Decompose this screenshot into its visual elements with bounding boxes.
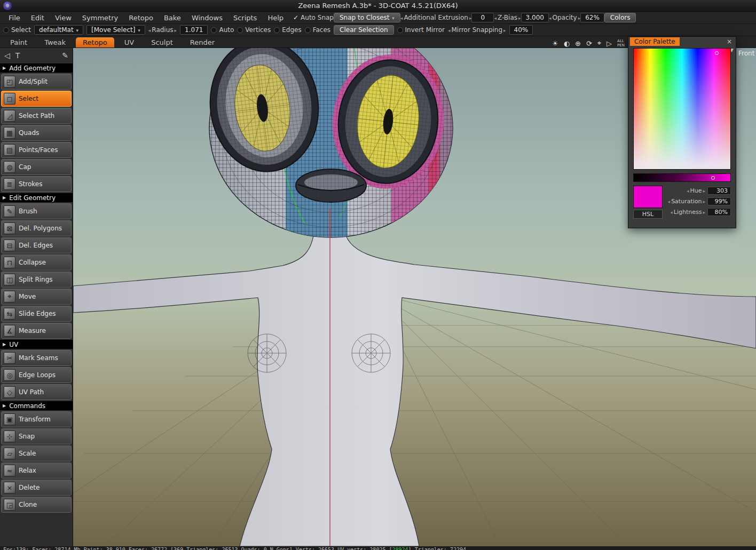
- menu-help[interactable]: Help: [262, 12, 289, 23]
- z-bias-value[interactable]: 3.000: [521, 13, 549, 22]
- tool-del-edges[interactable]: ⊟ Del. Edges: [1, 237, 72, 253]
- add-view-icon[interactable]: ⊕: [575, 39, 581, 47]
- tool-measure[interactable]: ∡ Measure: [1, 323, 72, 339]
- saturation-value[interactable]: 99%: [707, 197, 731, 205]
- tool-scale[interactable]: ▱ Scale: [1, 445, 72, 461]
- tool-select-path[interactable]: ◿ Select Path: [1, 108, 72, 124]
- section-title: Commands: [9, 402, 45, 410]
- section-edit-geometry[interactable]: ▶ Edit Geometry: [0, 193, 73, 202]
- tool-add-split[interactable]: ◰ Add/Split: [1, 74, 72, 90]
- color-picker-marker[interactable]: [715, 51, 719, 55]
- shading-icon[interactable]: ◐: [564, 39, 570, 47]
- pencil-icon[interactable]: ✎: [62, 51, 68, 60]
- hue-value[interactable]: 303: [707, 187, 731, 195]
- snap-icon: ⊹: [4, 431, 15, 442]
- tab-retopo[interactable]: Retopo: [76, 37, 114, 47]
- tool-uv-path[interactable]: ◇ UV Path: [1, 384, 72, 400]
- tool-clone[interactable]: ◲ Clone: [1, 497, 72, 513]
- menu-retopo[interactable]: Retopo: [123, 12, 159, 23]
- auto-radio[interactable]: Auto: [211, 26, 234, 34]
- hue-row: Hue 303: [667, 186, 731, 195]
- tool-snap[interactable]: ⊹ Snap: [1, 428, 72, 444]
- edge-loops-icon: ◎: [4, 369, 15, 381]
- menu-edit[interactable]: Edit: [26, 12, 50, 23]
- section-add-geometry[interactable]: ▶ Add Geometry: [0, 63, 73, 73]
- tool-collapse[interactable]: ⊓ Collapse: [1, 254, 72, 270]
- edges-radio[interactable]: Edges: [274, 26, 301, 34]
- snap-mode-dropdown[interactable]: Snap to Closest ▾: [334, 13, 400, 22]
- tab-tweak[interactable]: Tweak: [37, 37, 73, 47]
- tool-points-faces[interactable]: ▤ Points/Faces: [1, 142, 72, 158]
- tool-slide-edges[interactable]: ⇆ Slide Edges: [1, 306, 72, 322]
- menu-bake[interactable]: Bake: [159, 12, 186, 23]
- collapse-panel-icon[interactable]: ◁: [4, 51, 10, 60]
- tool-move[interactable]: ⌖ Move: [1, 289, 72, 305]
- material-dropdown[interactable]: defaultMat ▾: [34, 25, 83, 35]
- additional-extrusion-spinner[interactable]: Additional Extrusion: [400, 14, 472, 21]
- mirror-snapping-spinner[interactable]: Mirror Snapping: [448, 26, 506, 34]
- tool-label: Edge Loops: [19, 371, 56, 379]
- tool-del-polygons[interactable]: ⊠ Del. Polygons: [1, 220, 72, 236]
- tool-split-rings[interactable]: ◫ Split Rings: [1, 272, 72, 288]
- opacity-spinner[interactable]: Opacity: [549, 14, 580, 21]
- pan-view-icon[interactable]: ⌖: [597, 39, 601, 47]
- palette-title-bar[interactable]: Color Palette ×: [628, 37, 736, 46]
- menu-scripts[interactable]: Scripts: [228, 12, 262, 23]
- tool-select[interactable]: ◻ Select: [1, 91, 72, 107]
- mouth[interactable]: [296, 169, 366, 202]
- tool-transform[interactable]: ▣ Transform: [1, 411, 72, 427]
- rotate-view-icon[interactable]: ⟳: [586, 39, 592, 47]
- lightness-spinner[interactable]: Lightness: [667, 209, 705, 216]
- radius-spinner[interactable]: Radius: [148, 26, 177, 34]
- auto-snap-toggle[interactable]: ✓ Auto Snap: [289, 14, 334, 21]
- section-commands[interactable]: ▶ Commands: [0, 401, 73, 410]
- menu-file[interactable]: File: [3, 12, 26, 23]
- menu-windows[interactable]: Windows: [186, 12, 228, 23]
- text-tool-icon[interactable]: T: [15, 51, 20, 60]
- invert-mirror-toggle[interactable]: Invert Mirror: [397, 26, 445, 34]
- radius-value[interactable]: 1.071: [180, 25, 208, 35]
- light-icon[interactable]: ☀: [552, 39, 558, 47]
- saturation-value-gradient[interactable]: [633, 48, 731, 170]
- lightness-marker[interactable]: [711, 176, 715, 180]
- tool-mark-seams[interactable]: ✂ Mark Seams: [1, 350, 72, 366]
- clear-selection-button[interactable]: Clear Selection: [334, 25, 394, 35]
- menu-view[interactable]: View: [50, 12, 77, 23]
- tool-label: Del. Polygons: [19, 225, 62, 232]
- colors-button[interactable]: Colors: [604, 13, 636, 22]
- tab-paint[interactable]: Paint: [3, 37, 34, 47]
- mirror-snapping-value[interactable]: 40%: [509, 25, 533, 35]
- tool-quads[interactable]: ▦ Quads: [1, 125, 72, 141]
- tool-label: Split Rings: [19, 276, 53, 283]
- hsl-mode-button[interactable]: HSL: [633, 210, 663, 219]
- play-icon[interactable]: ▷: [607, 39, 612, 47]
- transform-mode-dropdown[interactable]: [Move Select] ▾: [86, 25, 145, 35]
- tab-render[interactable]: Render: [183, 37, 222, 47]
- menu-symmetry[interactable]: Symmetry: [77, 12, 123, 23]
- tool-strokes[interactable]: ≣ Strokes: [1, 176, 72, 192]
- close-icon[interactable]: ×: [724, 38, 734, 45]
- material-value: defaultMat: [39, 26, 74, 34]
- additional-extrusion-value[interactable]: 0: [471, 13, 494, 22]
- hue-spinner[interactable]: Hue: [667, 187, 705, 194]
- z-bias-spinner[interactable]: Z-Bias: [494, 14, 521, 21]
- uv-path-icon: ◇: [4, 386, 15, 398]
- tool-delete[interactable]: × Delete: [1, 480, 72, 496]
- tool-relax[interactable]: ≈ Relax: [1, 463, 72, 479]
- current-color-swatch[interactable]: [633, 186, 663, 208]
- faces-radio[interactable]: Faces: [305, 26, 330, 34]
- auto-label: Auto: [219, 26, 234, 34]
- vertices-radio[interactable]: Vertices: [237, 26, 271, 34]
- lightness-gradient-bar[interactable]: [633, 173, 731, 182]
- select-mode-toggle[interactable]: Select: [3, 26, 31, 34]
- tool-edge-loops[interactable]: ◎ Edge Loops: [1, 367, 72, 383]
- tab-uv[interactable]: UV: [117, 37, 141, 47]
- tool-cap[interactable]: ◍ Cap: [1, 159, 72, 175]
- tab-sculpt[interactable]: Sculpt: [144, 37, 180, 47]
- saturation-spinner[interactable]: Saturation: [667, 198, 705, 205]
- section-uv[interactable]: ▶ UV: [0, 340, 73, 349]
- lightness-value[interactable]: 80%: [707, 208, 731, 216]
- app-logo-icon: ❊: [3, 2, 12, 10]
- tool-brush[interactable]: ✎ Brush: [1, 203, 72, 219]
- opacity-value[interactable]: 62%: [580, 13, 604, 22]
